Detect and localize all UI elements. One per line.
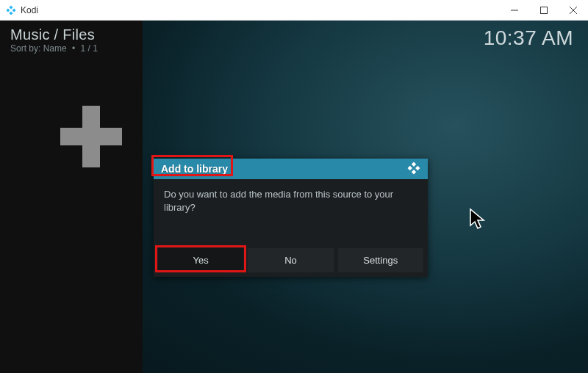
svg-rect-1 [6,8,10,12]
add-to-library-dialog: Add to library Do you want to add the me… [154,159,428,277]
cursor-icon [468,208,489,234]
window-title: Kodi [21,5,500,15]
settings-button[interactable]: Settings [338,248,423,272]
sidebar-pane [0,21,143,373]
window-titlebar: Kodi [0,0,588,21]
svg-rect-3 [10,11,13,15]
svg-rect-5 [541,7,548,13]
svg-rect-2 [12,8,16,12]
dialog-header: Add to library [154,159,428,179]
sort-value[interactable]: Name [43,43,67,54]
sort-label: Sort by: [10,43,40,54]
kodi-logo-icon [407,162,420,177]
svg-rect-11 [408,165,412,170]
yes-button[interactable]: Yes [158,248,243,272]
svg-rect-9 [60,128,122,145]
window-close-button[interactable] [559,0,588,20]
pagination-value: 1 / 1 [81,43,98,54]
no-button[interactable]: No [248,248,333,272]
svg-rect-13 [412,170,416,174]
separator-dot: • [72,43,75,54]
window-controls [500,0,588,20]
clock: 10:37 AM [484,26,573,50]
svg-rect-12 [415,165,420,170]
app-content: Music / Files Sort by: Name • 1 / 1 10:3… [0,21,588,373]
svg-rect-0 [10,5,13,9]
breadcrumb-path: Music / Files [10,26,98,43]
svg-rect-10 [412,162,416,166]
app-window: Kodi Music / Files Sort by: Name • 1 / 1 [0,0,588,373]
breadcrumb: Music / Files Sort by: Name • 1 / 1 [10,26,98,54]
add-source-button[interactable] [56,101,126,175]
dialog-actions: Yes No Settings [154,244,428,277]
kodi-logo-icon [6,5,16,15]
window-maximize-button[interactable] [529,0,559,20]
dialog-message: Do you want to add the media from this s… [154,179,428,244]
breadcrumb-subtext: Sort by: Name • 1 / 1 [10,43,98,54]
window-minimize-button[interactable] [500,0,529,20]
dialog-title: Add to library [161,163,407,175]
